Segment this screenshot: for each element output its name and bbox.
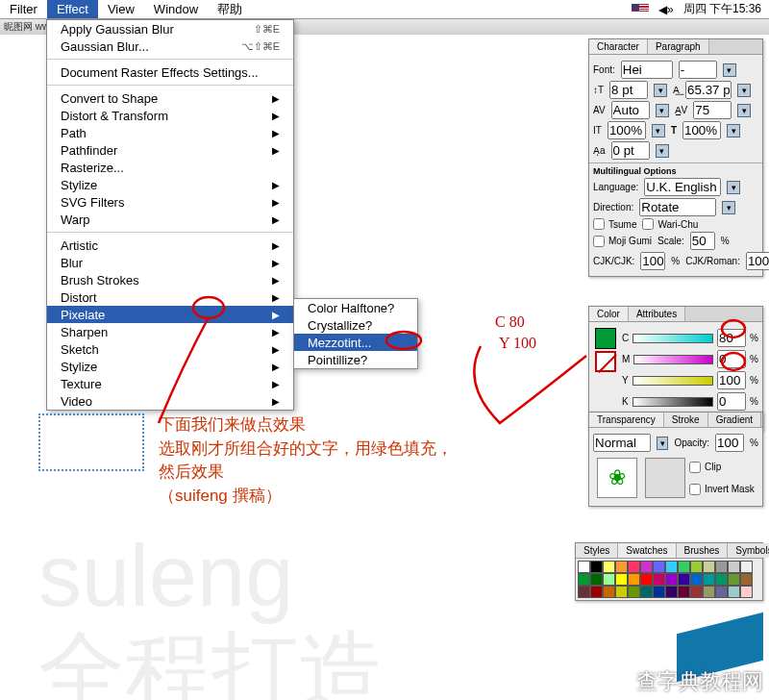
swatch[interactable] xyxy=(640,573,653,586)
swatch[interactable] xyxy=(728,561,740,573)
menu-pathfinder[interactable]: Pathfinder▶ xyxy=(47,141,293,159)
swatch[interactable] xyxy=(703,561,715,573)
baseline-step[interactable]: ▾ xyxy=(656,144,669,158)
k-slider[interactable] xyxy=(633,397,713,407)
swatch[interactable] xyxy=(578,586,590,598)
mojigumi-checkbox[interactable] xyxy=(593,236,605,247)
swatch[interactable] xyxy=(653,586,665,598)
submenu-mezzotint[interactable]: Mezzotint... xyxy=(294,334,417,351)
baseline-input[interactable] xyxy=(611,141,650,160)
menu-distort[interactable]: Distort▶ xyxy=(47,288,293,306)
tab-symbols[interactable]: Symbols xyxy=(728,543,769,558)
swatch[interactable] xyxy=(590,573,603,586)
swatch[interactable] xyxy=(615,561,628,573)
swatch[interactable] xyxy=(603,561,615,573)
tsume-checkbox[interactable] xyxy=(593,218,605,230)
swatch[interactable] xyxy=(640,561,653,573)
menu-path[interactable]: Path▶ xyxy=(47,124,293,141)
swatch[interactable] xyxy=(665,573,678,586)
kerning-step[interactable]: ▾ xyxy=(656,104,669,117)
swatch[interactable] xyxy=(715,561,728,573)
swatch[interactable] xyxy=(715,586,728,598)
tab-swatches[interactable]: Swatches xyxy=(618,543,676,558)
swatch[interactable] xyxy=(728,586,740,598)
swatch[interactable] xyxy=(703,573,715,586)
blend-menu[interactable]: ▾ xyxy=(657,437,668,450)
swatch[interactable] xyxy=(590,586,603,598)
swatch[interactable] xyxy=(615,586,628,598)
swatch[interactable] xyxy=(678,586,690,598)
menu-convert-shape[interactable]: Convert to Shape▶ xyxy=(47,89,293,107)
leading-step[interactable]: ▾ xyxy=(737,84,751,97)
tab-gradient[interactable]: Gradient xyxy=(708,412,761,427)
swatch[interactable] xyxy=(603,586,615,598)
menu-effect[interactable]: Effect xyxy=(47,0,98,18)
swatch[interactable] xyxy=(628,573,640,586)
fill-swatch[interactable] xyxy=(595,328,616,349)
font-family-input[interactable] xyxy=(621,61,673,79)
swatch[interactable] xyxy=(590,561,603,573)
c-value[interactable] xyxy=(717,329,746,347)
swatch[interactable] xyxy=(665,561,678,573)
menu-window[interactable]: Window xyxy=(144,0,208,18)
menu-last-settings[interactable]: Gaussian Blur...⌥⇧⌘E xyxy=(47,38,293,55)
size-step[interactable]: ▾ xyxy=(654,84,667,97)
m-slider[interactable] xyxy=(633,355,713,364)
swatch[interactable] xyxy=(640,586,653,598)
menu-doc-raster[interactable]: Document Raster Effects Settings... xyxy=(47,63,293,81)
swatch[interactable] xyxy=(653,561,665,573)
submenu-crystallize[interactable]: Crystallize? xyxy=(294,316,417,334)
sound-icon[interactable]: ◀» xyxy=(658,3,674,16)
swatch[interactable] xyxy=(740,561,753,573)
warichu-checkbox[interactable] xyxy=(642,218,654,230)
lang-menu[interactable]: ▾ xyxy=(727,181,740,194)
submenu-color-halftone[interactable]: Color Halftone? xyxy=(294,299,417,316)
menu-view[interactable]: View xyxy=(98,0,144,18)
menu-sketch[interactable]: Sketch▶ xyxy=(47,340,293,358)
menu-rasterize[interactable]: Rasterize... xyxy=(47,159,293,176)
menu-stylize-v[interactable]: Stylize▶ xyxy=(47,176,293,193)
direction-select[interactable] xyxy=(639,198,716,216)
submenu-pointillize[interactable]: Pointillize? xyxy=(294,351,417,368)
stroke-swatch[interactable] xyxy=(595,351,616,372)
roman-input[interactable] xyxy=(746,252,769,270)
y-value[interactable] xyxy=(717,371,746,389)
menu-distort-transform[interactable]: Distort & Transform▶ xyxy=(47,107,293,124)
swatch[interactable] xyxy=(653,573,665,586)
tab-stroke[interactable]: Stroke xyxy=(664,412,708,427)
tab-transparency[interactable]: Transparency xyxy=(589,412,664,427)
hscale-step[interactable]: ▾ xyxy=(727,124,740,138)
swatch[interactable] xyxy=(690,561,703,573)
swatch[interactable] xyxy=(690,573,703,586)
leading-input[interactable] xyxy=(685,81,732,99)
menu-video[interactable]: Video▶ xyxy=(47,392,293,410)
swatch[interactable] xyxy=(678,561,690,573)
menu-texture[interactable]: Texture▶ xyxy=(47,375,293,392)
swatch[interactable] xyxy=(578,573,590,586)
menu-filter[interactable]: Filter xyxy=(0,0,47,18)
swatch[interactable] xyxy=(615,573,628,586)
swatches-grid[interactable] xyxy=(576,559,762,600)
swatch[interactable] xyxy=(578,561,590,573)
menu-apply-last[interactable]: Apply Gaussian Blur⇧⌘E xyxy=(47,20,293,38)
font-menu-btn[interactable]: ▾ xyxy=(723,63,736,77)
tracking-input[interactable] xyxy=(693,101,732,119)
menu-artistic[interactable]: Artistic▶ xyxy=(47,237,293,254)
menu-help[interactable]: 帮助 xyxy=(208,0,252,20)
swatch[interactable] xyxy=(690,586,703,598)
swatch[interactable] xyxy=(703,586,715,598)
menu-pixelate[interactable]: Pixelate▶ xyxy=(47,306,293,323)
tracking-step[interactable]: ▾ xyxy=(737,104,751,117)
menu-blur[interactable]: Blur▶ xyxy=(47,254,293,271)
tab-color[interactable]: Color xyxy=(589,307,629,321)
swatch[interactable] xyxy=(603,573,615,586)
k-value[interactable] xyxy=(717,392,746,411)
swatch[interactable] xyxy=(678,573,690,586)
swatch[interactable] xyxy=(628,561,640,573)
scale-input[interactable] xyxy=(690,232,715,250)
tab-character[interactable]: Character xyxy=(589,39,648,54)
m-value[interactable] xyxy=(717,350,746,368)
keyboard-flag-icon[interactable] xyxy=(632,4,649,15)
font-style-input[interactable] xyxy=(679,61,717,79)
c-slider[interactable] xyxy=(633,334,713,343)
